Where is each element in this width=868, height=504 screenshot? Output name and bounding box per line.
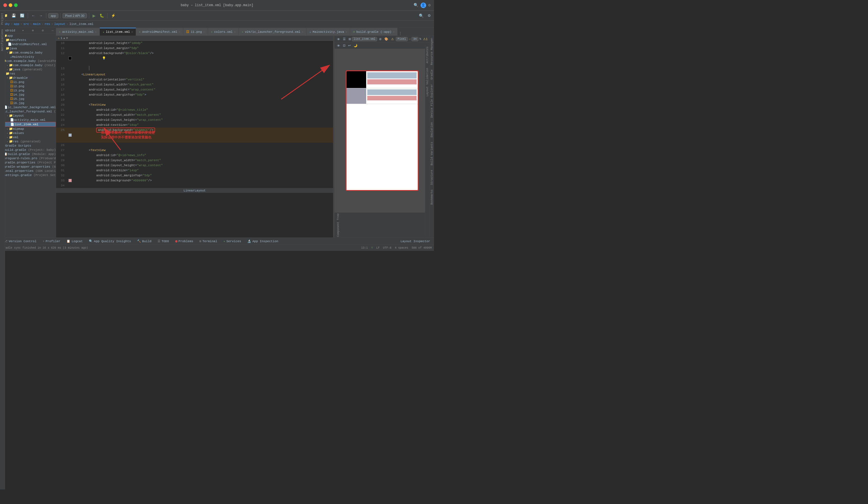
tree-item-values[interactable]: ▸ 📁 values [0, 131, 56, 135]
project-tab[interactable]: Project [0, 11, 4, 27]
tree-item-ic-background[interactable]: 📄 ic_launcher_background.xml [0, 105, 56, 109]
tree-item-androidtest[interactable]: ▸ 📁 com.example.baby (androidTest) [0, 59, 56, 63]
bottom-tab-build[interactable]: 🔨 Build [134, 238, 154, 245]
tab-close-btn[interactable]: ✕ [234, 30, 236, 34]
tab-close-btn[interactable]: ✕ [95, 30, 97, 34]
bottom-tab-problems[interactable]: Problems [173, 238, 196, 245]
bottom-tab-layout-inspector[interactable]: Layout Inspector [397, 238, 433, 245]
search-everywhere-btn[interactable]: 🔍 [417, 13, 425, 19]
tree-item-java-generated[interactable]: ▸ 📁 java (generated) [0, 67, 56, 71]
run-btn[interactable]: ▶ [91, 13, 97, 19]
bottom-tab-version-control[interactable]: ⎇ Version Control [1, 238, 39, 245]
tree-item-i2[interactable]: 🖼 i2.png [0, 84, 56, 88]
options-icon-btn[interactable]: ⊞ [348, 37, 352, 41]
maximize-button[interactable] [14, 3, 18, 7]
tree-item-build-project[interactable]: 📋 build.gradle (Project: baby) [0, 148, 56, 152]
tree-item-proguard[interactable]: 📋 proguard-rules.pro (ProGuard Rules for… [0, 156, 56, 160]
tree-item-local-props[interactable]: 📋 local.properties (SDK Location) [0, 169, 56, 173]
tab-activity-main[interactable]: ✦ activity_main.xml ✕ [56, 28, 100, 35]
zoom-dropdown[interactable]: 34 [412, 37, 418, 41]
breadcrumb-file[interactable]: list_item.xml [70, 22, 94, 26]
tab-close-btn[interactable]: ✕ [203, 30, 205, 34]
tree-item-test[interactable]: ▸ 📁 com.example.baby (test) [0, 63, 56, 67]
tree-item-app[interactable]: ▾ 📁 app [0, 34, 56, 38]
code-editor[interactable]: ⚠ 1 ▲ ▼ 10 android:layout_height="100dp" [56, 36, 333, 237]
minimize-button[interactable] [9, 3, 12, 7]
tab-androidmanifest[interactable]: ✦ AndroidManifest.xml ✕ [136, 28, 183, 35]
close-button[interactable] [3, 3, 7, 7]
build-variants-tab[interactable]: Build Variants [430, 140, 434, 168]
tree-item-i3[interactable]: 🖼 i3.png [0, 88, 56, 93]
profile-icon[interactable]: 👤 [421, 2, 426, 8]
debug-btn[interactable]: 🐛 [98, 13, 105, 19]
tab-colors[interactable]: ✦ colors.xml ✕ [208, 28, 239, 35]
design-surface-icon[interactable]: 👁 [336, 44, 341, 48]
back-btn[interactable]: ← [30, 13, 37, 19]
device-dropdown[interactable]: Pixel 2 API 30 [63, 13, 87, 18]
lightbulb-icon[interactable]: 💡 [102, 56, 106, 60]
more-tabs-btn[interactable]: ⋮ [399, 31, 402, 35]
notifications-left-tab[interactable]: Notifications [0, 27, 4, 53]
bottom-tab-app-inspection[interactable]: 🔬 App Inspection [245, 238, 281, 245]
device-dropdown[interactable]: Pixel [396, 37, 407, 41]
tree-item-i6[interactable]: 🖼 i6.jpg [0, 101, 56, 105]
emulation-tab[interactable]: Emulation [430, 120, 434, 140]
bottom-tab-services[interactable]: ✦ Services [221, 238, 244, 245]
tree-item-mainactivity[interactable]: ☕ MainActivity [0, 55, 56, 59]
sync-btn[interactable]: 🔄 [19, 13, 26, 19]
breadcrumb-layout[interactable]: layout [54, 22, 65, 26]
encoding[interactable]: UTF-8 [383, 246, 391, 249]
bottom-tab-terminal[interactable]: ⊞ Terminal [197, 238, 220, 245]
tab-mainactivity[interactable]: ☕ MainActivity.java ✕ [307, 28, 350, 35]
tree-item-manifests[interactable]: ▾ 📁 manifests [0, 38, 56, 42]
sidebar-settings-icon[interactable]: ⚙ [42, 29, 44, 32]
tab-list-item[interactable]: ✦ list_item.xml ✕ [100, 28, 136, 35]
search-icon[interactable]: 🔍 [414, 3, 418, 8]
forward-btn[interactable]: → [38, 13, 44, 19]
sidebar-close-icon[interactable]: — [52, 29, 53, 32]
tree-item-res[interactable]: ▾ 📁 res [0, 71, 56, 76]
tab-ic-foreground[interactable]: ✦ v24/ic_launcher_foreground.xml ✕ [239, 28, 307, 35]
settings-icon[interactable]: ⚙ [428, 3, 431, 8]
list-icon-btn[interactable]: ☰ [342, 37, 347, 41]
profile-btn[interactable]: ⚡ [110, 13, 117, 19]
tree-item-layout[interactable]: ▾ 📁 layout [0, 114, 56, 118]
tree-item-i5[interactable]: 🖼 i5.jpg [0, 97, 56, 101]
error-icon-btn[interactable]: ⚠ [390, 37, 395, 41]
bottom-tab-logcat[interactable]: 📋 Logcat [64, 238, 85, 245]
night-mode-icon[interactable]: 🌙 [353, 43, 358, 48]
android-dropdown-arrow[interactable]: ▾ [22, 29, 24, 32]
palette-icon-btn[interactable]: 🎨 [383, 37, 389, 41]
tab-close-btn[interactable]: ✕ [345, 30, 347, 34]
tab-close-btn[interactable]: ✕ [131, 30, 133, 34]
tree-item-gradle-scripts[interactable]: ▾ ⚙ Gradle Scripts [0, 144, 56, 148]
tree-item-i1[interactable]: 🖼 i1.png [0, 80, 56, 84]
tree-item-java[interactable]: ▾ 📁 java [0, 46, 56, 50]
app-dropdown[interactable]: app [48, 13, 58, 18]
tree-item-build-module[interactable]: 📋 build.gradle (Module: app) [0, 152, 56, 156]
breadcrumb-app[interactable]: app [14, 22, 19, 26]
tab-close-btn[interactable]: ✕ [178, 30, 180, 34]
warning-nav-up[interactable]: ▲ [63, 37, 65, 40]
attributes-tab[interactable]: Attributes [425, 44, 430, 65]
tree-item-list-item[interactable]: 📄 list_item.xml [0, 122, 56, 127]
tree-item-androidmanifest[interactable]: 📄 AndroidManifest.xml [0, 42, 56, 46]
eye-icon-btn[interactable]: 👁 [336, 37, 341, 41]
gradle-tab[interactable]: Gradle [430, 67, 434, 82]
indent-spaces[interactable]: 4 spaces [395, 246, 408, 249]
tab-i1[interactable]: 🖼 i1.png ✕ [183, 28, 208, 35]
save-btn[interactable]: 💾 [10, 13, 17, 19]
resource-manager-tab[interactable]: Resource Manager [430, 36, 434, 67]
tab-build-gradle[interactable]: ⚙ build.gradle (:app) ✕ [350, 28, 397, 35]
breadcrumb-res[interactable]: res [44, 22, 50, 26]
warning-count-btn[interactable]: ⚠1 [422, 37, 428, 41]
bottom-tab-profiler[interactable]: ⚡ Profiler [40, 238, 63, 245]
tab-close-btn[interactable]: ✕ [302, 30, 303, 34]
orientation-icon[interactable]: ↩ [347, 43, 352, 48]
warning-nav-down[interactable]: ▼ [66, 37, 68, 40]
tree-item-i4[interactable]: 🖼 i4.jpg [0, 93, 56, 97]
tree-item-gradle-props[interactable]: 📋 gradle.properties (Project Properties) [0, 160, 56, 165]
breadcrumb-main[interactable]: main [33, 22, 40, 26]
layout-validation-tab[interactable]: Layout Validation [425, 65, 430, 99]
tree-item-res-generated[interactable]: ▸ 📁 res (generated) [0, 139, 56, 144]
